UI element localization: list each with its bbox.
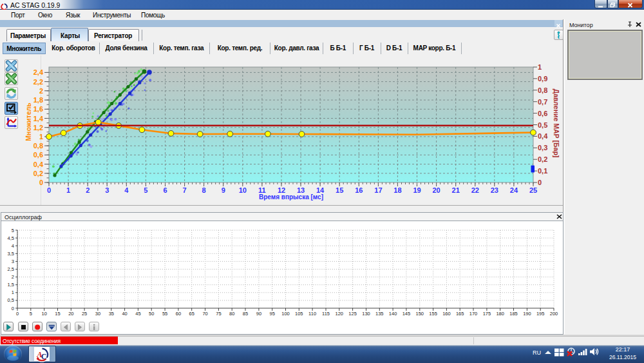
svg-text:1: 1 [39,133,43,141]
svg-text:Время впрыска [мс]: Время впрыска [мс] [259,193,323,201]
svg-text:130: 130 [362,311,370,317]
svg-text:0,3: 0,3 [538,144,547,152]
svg-text:135: 135 [375,311,384,317]
svg-text:0,4: 0,4 [538,132,548,140]
svg-text:90: 90 [256,311,261,317]
svg-text:65: 65 [189,311,194,317]
svg-text:0,2: 0,2 [33,170,43,177]
svg-text:110: 110 [308,311,316,317]
svg-text:7: 7 [183,186,187,194]
svg-text:25: 25 [529,186,537,194]
svg-text:5: 5 [30,311,32,317]
svg-text:0,5: 0,5 [8,297,14,303]
svg-text:2,4: 2,4 [33,68,44,76]
svg-text:165: 165 [456,311,464,317]
svg-text:2: 2 [12,274,14,280]
svg-text:125: 125 [348,311,357,317]
svg-text:25: 25 [82,311,87,317]
svg-text:5: 5 [12,228,14,233]
svg-text:24: 24 [510,186,518,194]
svg-text:17: 17 [374,186,382,194]
svg-text:16: 16 [355,186,363,194]
svg-text:0,2: 0,2 [538,155,547,163]
svg-text:120: 120 [336,311,344,317]
svg-text:70: 70 [202,311,207,317]
svg-text:100: 100 [281,311,290,317]
svg-text:0,7: 0,7 [538,98,547,106]
svg-text:10: 10 [42,311,47,317]
svg-text:3: 3 [12,259,14,264]
svg-text:0,8: 0,8 [538,86,547,94]
svg-text:1: 1 [66,186,70,194]
svg-text:0: 0 [538,179,542,186]
svg-text:190: 190 [523,311,531,317]
svg-text:0,8: 0,8 [33,142,43,150]
svg-text:Множитель: Множитель [24,103,32,141]
svg-text:0,1: 0,1 [538,167,547,175]
svg-text:30: 30 [95,311,100,317]
svg-text:8: 8 [202,186,206,194]
svg-text:1,8: 1,8 [33,96,43,104]
svg-text:180: 180 [496,311,504,317]
svg-text:140: 140 [389,311,397,317]
svg-text:35: 35 [109,311,114,317]
svg-text:95: 95 [270,311,275,317]
svg-text:1,4: 1,4 [33,115,44,123]
svg-text:170: 170 [469,311,478,317]
svg-text:155: 155 [429,311,437,317]
svg-text:22: 22 [471,186,479,194]
svg-text:105: 105 [295,311,303,317]
svg-text:2: 2 [86,186,90,194]
svg-text:1: 1 [538,63,542,71]
svg-text:15: 15 [336,186,343,194]
svg-text:115: 115 [322,311,330,317]
svg-text:2,2: 2,2 [33,78,43,86]
svg-text:21: 21 [452,186,460,194]
svg-text:185: 185 [509,311,518,317]
svg-text:6: 6 [163,186,167,194]
svg-text:60: 60 [176,311,181,317]
svg-text:9: 9 [222,186,225,194]
svg-text:200: 200 [550,311,558,317]
svg-text:20: 20 [432,186,440,194]
svg-text:195: 195 [536,311,545,317]
svg-text:85: 85 [243,311,248,317]
svg-text:175: 175 [483,311,491,317]
svg-text:Давление МАР [Бар]: Давление МАР [Бар] [553,89,560,158]
svg-text:75: 75 [216,311,221,317]
svg-text:0: 0 [16,311,19,317]
svg-text:4: 4 [124,186,129,194]
svg-text:18: 18 [393,186,401,194]
svg-text:0,5: 0,5 [538,121,547,129]
svg-text:0,6: 0,6 [538,110,547,117]
svg-text:10: 10 [239,186,247,194]
svg-text:145: 145 [402,311,411,317]
svg-text:1: 1 [12,289,14,295]
svg-text:0,4: 0,4 [33,161,44,168]
svg-text:3,5: 3,5 [8,251,14,257]
svg-text:1,2: 1,2 [33,124,43,132]
svg-text:5: 5 [144,186,147,194]
svg-text:C: C [41,352,47,361]
svg-text:0: 0 [47,186,51,194]
svg-text:0,6: 0,6 [33,151,43,159]
svg-text:0,9: 0,9 [538,75,547,83]
svg-text:15: 15 [55,311,60,317]
svg-text:19: 19 [413,186,421,194]
svg-text:2: 2 [39,87,43,95]
svg-text:0: 0 [39,179,43,186]
svg-text:4: 4 [12,243,14,249]
svg-text:3: 3 [105,186,109,194]
svg-text:20: 20 [68,311,73,317]
svg-text:2,5: 2,5 [8,266,14,272]
svg-text:0: 0 [12,306,14,311]
svg-text:1,5: 1,5 [8,282,14,288]
svg-text:40: 40 [122,311,127,317]
svg-text:150: 150 [416,311,424,317]
svg-text:160: 160 [442,311,451,317]
svg-text:4,5: 4,5 [8,235,14,241]
svg-text:80: 80 [229,311,234,317]
svg-text:50: 50 [149,311,154,317]
svg-text:23: 23 [491,186,498,194]
svg-text:55: 55 [162,311,167,317]
